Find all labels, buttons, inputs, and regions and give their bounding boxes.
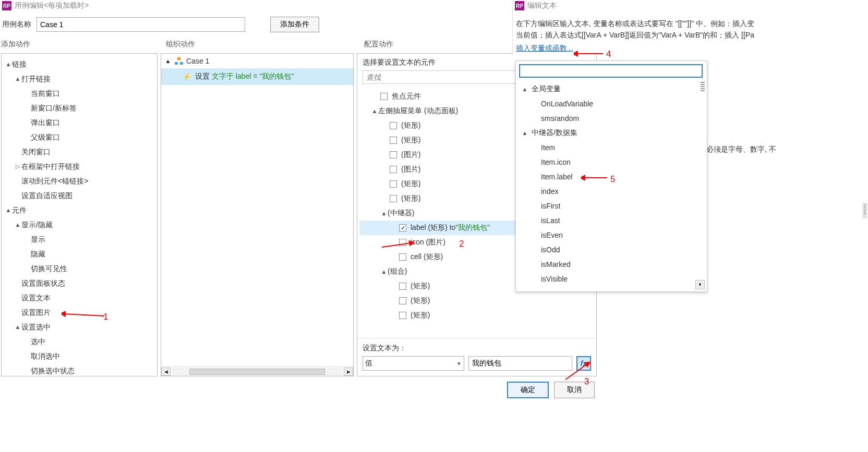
chevron-icon[interactable]: ▷	[14, 159, 21, 174]
action-tree-item[interactable]: ▲打开链接	[3, 71, 156, 86]
action-tree-item[interactable]: 显示	[3, 232, 156, 247]
rp-logo-icon: RP	[515, 1, 524, 10]
scrollbar-icon[interactable]	[701, 82, 705, 92]
case-name-text: Case 1	[186, 57, 209, 65]
chevron-icon[interactable]: ▲	[521, 86, 528, 92]
action-tree-item[interactable]: 设置面板状态	[3, 276, 156, 290]
window-title: 用例编辑<每项加载时>	[15, 1, 89, 10]
case-icon	[175, 57, 183, 65]
chevron-down-icon[interactable]: ▼	[695, 280, 705, 289]
chevron-down-icon: ▼	[456, 361, 462, 367]
add-condition-button[interactable]: 添加条件	[270, 17, 319, 32]
checkbox[interactable]	[390, 151, 397, 158]
chevron-icon[interactable]: ▲	[521, 130, 528, 136]
checkbox[interactable]	[390, 137, 397, 144]
chevron-icon[interactable]: ▲	[14, 71, 21, 86]
action-tree-item[interactable]: 设置文本	[3, 290, 156, 305]
col-header-add: 添加动作	[1, 40, 166, 49]
chevron-down-icon[interactable]: ▲	[164, 58, 172, 64]
side-help-text: 必须是字母、数字, 不	[706, 145, 776, 154]
value-input[interactable]	[468, 356, 572, 371]
action-tree-item[interactable]: 关闭窗口	[3, 144, 156, 159]
widget-tree-item[interactable]: (矩形)	[359, 308, 594, 323]
action-tree-item[interactable]: 弹出窗口	[3, 115, 156, 130]
checkbox[interactable]	[390, 122, 397, 129]
checkbox[interactable]	[399, 253, 406, 261]
var-item[interactable]: OnLoadVariable	[518, 96, 705, 111]
chevron-icon[interactable]: ▲	[380, 268, 388, 275]
chevron-icon[interactable]: ▲	[14, 217, 21, 232]
checkbox[interactable]	[390, 166, 397, 173]
checkbox[interactable]	[390, 180, 397, 188]
var-item[interactable]: isOdd	[518, 242, 705, 257]
h-scrollbar[interactable]: ◀▶	[161, 367, 353, 376]
set-text-label: 设置文本为：	[363, 344, 591, 353]
variable-filter-input[interactable]	[519, 64, 703, 78]
action-tree-item[interactable]: 取消选中	[3, 349, 156, 363]
chevron-icon[interactable]: ▲	[371, 108, 378, 114]
checkbox[interactable]	[399, 224, 406, 231]
var-group: ▲全局变量	[518, 82, 705, 96]
checkbox[interactable]	[399, 297, 406, 304]
chevron-icon[interactable]: ▲	[5, 203, 12, 217]
chevron-icon[interactable]: ▲	[5, 57, 12, 71]
action-tree-item[interactable]: 设置自适应视图	[3, 188, 156, 203]
checkbox[interactable]	[390, 195, 397, 202]
checkbox[interactable]	[399, 239, 406, 246]
col-header-org: 组织动作	[166, 40, 364, 49]
var-item[interactable]: isMarked	[518, 257, 705, 272]
checkbox[interactable]	[399, 312, 406, 319]
var-item[interactable]: isLast	[518, 213, 705, 228]
ok-button[interactable]: 确定	[507, 382, 549, 398]
checkbox[interactable]	[399, 283, 406, 290]
action-tree-item[interactable]: 新窗口/新标签	[3, 101, 156, 115]
widget-tree-item[interactable]: (矩形)	[359, 294, 594, 308]
value-type-select[interactable]: 值 ▼	[363, 356, 464, 371]
action-tree-item[interactable]: 设置图片	[3, 305, 156, 320]
action-tree-item[interactable]: 选中	[3, 334, 156, 349]
fx-button[interactable]: fx	[576, 356, 591, 371]
checkbox[interactable]	[380, 93, 388, 100]
insert-var-link[interactable]: 插入变量或函数...	[516, 44, 864, 53]
var-item[interactable]: isFirst	[518, 199, 705, 213]
action-tree-item[interactable]: 切换选中状态	[3, 363, 156, 376]
sub-dialog-title: 编辑文本	[527, 1, 557, 10]
case-name-input[interactable]	[37, 17, 245, 32]
action-tree-item[interactable]: 父级窗口	[3, 130, 156, 144]
action-tree-item[interactable]: 切换可见性	[3, 261, 156, 276]
action-tree-item[interactable]: 滚动到元件<锚链接>	[3, 174, 156, 188]
action-tree-item[interactable]: ▲显示/隐藏	[3, 217, 156, 232]
case-name-label: 用例名称	[2, 20, 31, 29]
var-item[interactable]: Item	[518, 140, 705, 155]
chevron-icon[interactable]: ▲	[14, 320, 21, 334]
action-tree-item[interactable]: ▲链接	[3, 57, 156, 71]
cancel-button[interactable]: 取消	[554, 382, 595, 398]
var-item[interactable]: isVisible	[518, 272, 705, 284]
action-set-text-row[interactable]: ⚡ 设置 文字于 label = "我的钱包"	[161, 68, 353, 85]
bolt-icon: ⚡	[182, 72, 191, 81]
action-tree-item[interactable]: ▷在框架中打开链接	[3, 159, 156, 174]
var-group: ▲中继器/数据集	[518, 126, 705, 140]
chevron-icon[interactable]: ▲	[380, 210, 388, 216]
var-item[interactable]: index	[518, 184, 705, 199]
var-item[interactable]: Item.icon	[518, 155, 705, 169]
action-tree-item[interactable]: 隐藏	[3, 247, 156, 261]
actions-tree[interactable]: ▲链接▲打开链接当前窗口新窗口/新标签弹出窗口父级窗口关闭窗口▷在框架中打开链接…	[2, 54, 157, 376]
var-item[interactable]: smsrandom	[518, 111, 705, 126]
action-tree-item[interactable]: ▲设置选中	[3, 320, 156, 334]
rp-logo-icon: RP	[2, 1, 11, 10]
var-item[interactable]: Item.label	[518, 169, 705, 184]
var-item[interactable]: isEven	[518, 228, 705, 242]
action-tree-item[interactable]: ▲元件	[3, 203, 156, 217]
action-tree-item[interactable]: 当前窗口	[3, 86, 156, 101]
variable-popup: ▲全局变量OnLoadVariablesmsrandom▲中继器/数据集Item…	[515, 60, 707, 292]
